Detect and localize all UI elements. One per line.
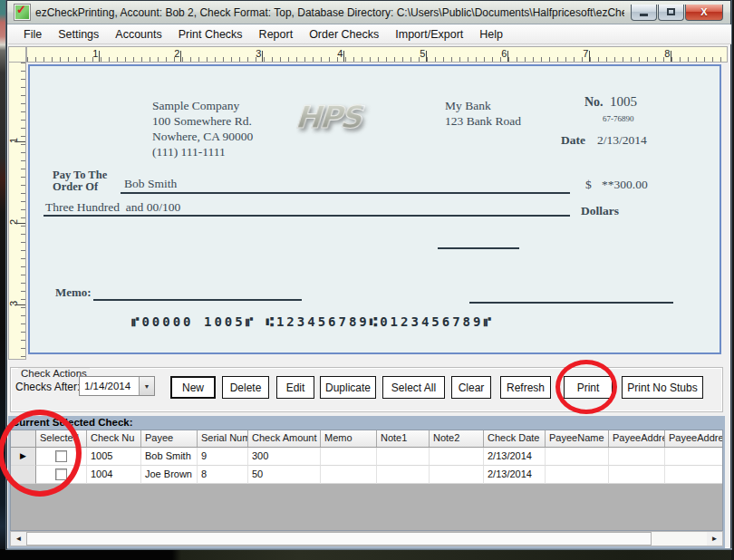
bank-block: My Bank 123 Bank Road	[445, 98, 521, 129]
desktop-edge-bottom	[0, 549, 734, 560]
cell-check-number[interactable]: 1005	[87, 448, 141, 466]
bank-name: My Bank	[445, 98, 521, 113]
col-serial-num[interactable]: Serial Num	[198, 430, 248, 447]
app-window: ezCheckPrinting, Account: Bob 2, Check F…	[6, 0, 731, 549]
col-check-number[interactable]: Check Nu	[87, 430, 141, 447]
print-no-stubs-button[interactable]: Print No Stubs	[622, 376, 703, 399]
cell-note1[interactable]	[377, 448, 430, 466]
menu-help[interactable]: Help	[471, 26, 511, 43]
minimize-icon	[640, 14, 648, 16]
pay-to-label: Pay To The Order Of	[53, 169, 107, 193]
pay-to-line2: Order Of	[53, 181, 107, 193]
col-payee-addr2[interactable]: PayeeAddre	[665, 430, 723, 447]
ruler-mark: 6	[501, 48, 507, 59]
ruler-mark: 2	[174, 48, 179, 59]
col-payee[interactable]: Payee	[141, 430, 198, 447]
new-button[interactable]: New	[170, 376, 216, 399]
date-label: Date	[561, 133, 585, 148]
cell-amount[interactable]: 300	[248, 448, 321, 466]
cell-check-date[interactable]: 2/13/2014	[484, 466, 546, 484]
menu-file[interactable]: File	[15, 26, 50, 43]
menu-import-export[interactable]: Import/Export	[387, 26, 471, 43]
maximize-icon	[667, 8, 675, 15]
cell-memo[interactable]	[321, 448, 377, 466]
checks-after-value: 1/14/2014	[80, 381, 139, 391]
cell-serial[interactable]: 9	[198, 448, 248, 466]
check-date: 2/13/2014	[597, 133, 647, 148]
col-memo[interactable]: Memo	[321, 430, 377, 447]
cell-payee-addr1[interactable]	[609, 448, 665, 466]
ruler-mark: 5	[420, 48, 425, 59]
menu-accounts[interactable]: Accounts	[107, 26, 169, 43]
hps-logo: HPS	[295, 99, 362, 135]
clear-button[interactable]: Clear	[451, 376, 491, 399]
maximize-button[interactable]	[658, 5, 684, 21]
cell-payee-addr2[interactable]	[665, 466, 723, 484]
col-payee-addr1[interactable]: PayeeAddre	[609, 430, 665, 447]
cell-note1[interactable]	[377, 466, 430, 484]
annotation-circle-print	[555, 360, 617, 414]
cell-payee[interactable]: Joe Brown	[141, 466, 198, 484]
check-preview: Sample Company 100 Somewhere Rd. Nowhere…	[28, 64, 721, 354]
cell-serial[interactable]: 8	[198, 466, 248, 484]
menu-order-checks[interactable]: Order Checks	[301, 26, 387, 43]
ruler-mark: 3	[256, 48, 261, 59]
cell-check-number[interactable]: 1004	[87, 466, 141, 484]
scrollbar-thumb[interactable]	[26, 532, 652, 546]
checks-after-label: Checks After:	[15, 381, 80, 393]
amount-words-underline	[43, 215, 570, 217]
company-name: Sample Company	[152, 98, 253, 113]
col-check-amount[interactable]: Check Amount	[248, 430, 321, 447]
col-payee-name[interactable]: PayeeName	[546, 430, 609, 447]
cell-payee-addr2[interactable]	[665, 448, 723, 466]
col-note2[interactable]: Note2	[430, 430, 484, 447]
ruler-mark: 4	[337, 48, 343, 59]
scroll-right-icon[interactable]: ►	[707, 532, 722, 546]
select-all-button[interactable]: Select All	[382, 376, 445, 399]
micr-line: ⑈00000 1005⑈ ⑆123456789⑆0123456789⑈	[131, 314, 494, 329]
horizontal-ruler: 1 2 3 4 5 6 7 8	[26, 46, 728, 63]
table-row[interactable]: 1004 Joe Brown 8 50 2/13/2014	[11, 466, 722, 484]
cell-payee-name[interactable]	[546, 448, 609, 466]
chevron-down-icon[interactable]: ▼	[139, 377, 154, 395]
menu-report[interactable]: Report	[251, 26, 302, 43]
cell-payee-addr1[interactable]	[609, 466, 665, 484]
close-button[interactable]: X	[685, 5, 723, 21]
check-number: 1005	[610, 94, 637, 110]
cell-payee-name[interactable]	[546, 466, 609, 484]
menu-print-checks[interactable]: Print Checks	[170, 26, 251, 43]
window-title: ezCheckPrinting, Account: Bob 2, Check F…	[35, 6, 624, 19]
checks-after-dropdown[interactable]: 1/14/2014 ▼	[79, 376, 155, 396]
cell-amount[interactable]: 50	[248, 466, 321, 484]
payee-underline	[121, 192, 570, 194]
horizontal-scrollbar[interactable]: ◄ ►	[10, 531, 723, 546]
amount-numeric: **300.00	[602, 178, 648, 192]
company-address2: Nowhere, CA 90000	[152, 129, 253, 144]
table-row[interactable]: ▶ 1005 Bob Smith 9 300 2/13/2014	[11, 448, 722, 466]
dollars-label: Dollars	[581, 204, 619, 218]
company-address1: 100 Somewhere Rd.	[152, 113, 253, 129]
cell-payee[interactable]: Bob Smith	[141, 448, 198, 466]
annotation-circle-selected-column	[0, 410, 82, 497]
ruler-mark: 3	[8, 301, 19, 306]
edit-button[interactable]: Edit	[276, 376, 314, 399]
menu-settings[interactable]: Settings	[50, 26, 107, 43]
scroll-left-icon[interactable]: ◄	[11, 532, 26, 546]
cell-note2[interactable]	[430, 448, 484, 466]
minimize-button[interactable]	[631, 5, 657, 21]
refresh-button[interactable]: Refresh	[500, 376, 551, 399]
ruler-mark: 7	[583, 48, 588, 59]
checks-grid: Selected Check Nu Payee Serial Num Check…	[10, 430, 723, 531]
cell-note2[interactable]	[430, 466, 484, 484]
col-check-date[interactable]: Check Date	[484, 430, 546, 447]
col-note1[interactable]: Note1	[377, 430, 430, 447]
company-block: Sample Company 100 Somewhere Rd. Nowhere…	[152, 98, 253, 159]
cell-check-date[interactable]: 2/13/2014	[484, 448, 546, 466]
delete-button[interactable]: Delete	[222, 376, 269, 399]
cell-memo[interactable]	[321, 466, 377, 484]
duplicate-button[interactable]: Duplicate	[320, 376, 376, 399]
check-actions-panel: Check Actions Checks After: 1/14/2014 ▼ …	[8, 362, 725, 414]
window-bottom-border	[7, 548, 732, 550]
title-bar[interactable]: ezCheckPrinting, Account: Bob 2, Check F…	[7, 1, 730, 24]
scrollbar-track[interactable]	[652, 532, 707, 546]
